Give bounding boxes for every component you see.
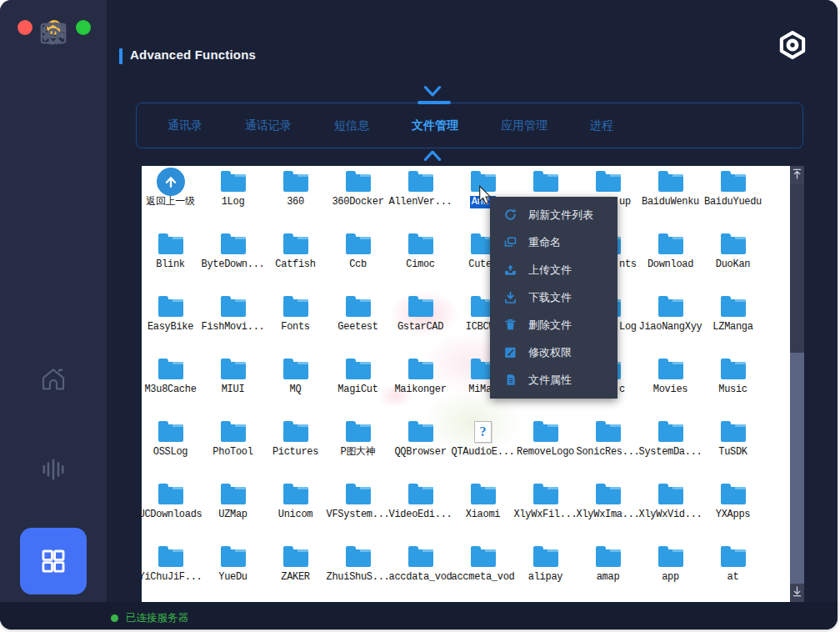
collapse-chevron-down-icon[interactable] — [422, 85, 445, 98]
tab-contacts[interactable]: 通讯录 — [168, 118, 202, 133]
folder-item[interactable]: accdata_vod — [389, 541, 452, 602]
collapse-chevron-up-icon[interactable] — [422, 149, 445, 163]
item-label: VFSystem... — [327, 509, 390, 521]
item-label: M3u8Cache — [144, 384, 196, 396]
folder-item[interactable]: LZManga — [702, 291, 764, 354]
folder-item[interactable]: QQBrowser — [389, 416, 452, 479]
menu-item-modify-permissions[interactable]: 修改权限 — [490, 339, 618, 366]
file-item[interactable]: ?QTAudioE... — [452, 416, 514, 479]
folder-item[interactable]: Download — [639, 228, 702, 291]
folder-item[interactable]: MIUI — [202, 354, 264, 416]
item-label: 1Log — [222, 196, 245, 208]
scroll-to-top-button[interactable] — [790, 166, 804, 184]
folder-item[interactable]: ByteDown... — [202, 228, 264, 291]
folder-item[interactable]: Pictures — [264, 416, 327, 479]
tab-sms[interactable]: 短信息 — [334, 118, 369, 133]
parent-dir-item[interactable]: 返回上一级 — [142, 166, 202, 228]
item-label: Maikonger — [394, 384, 446, 396]
folder-item[interactable]: 360 — [264, 166, 327, 228]
sidebar-item-audio[interactable] — [20, 436, 87, 503]
tab-call-log[interactable]: 通话记录 — [245, 118, 292, 133]
folder-item[interactable]: Cimoc — [389, 228, 452, 291]
folder-item[interactable]: Ccb — [327, 228, 389, 291]
context-menu: 刷新文件列表重命名上传文件下载文件删除文件修改权限文件属性 — [490, 197, 618, 399]
folder-icon — [596, 424, 621, 442]
menu-item-upload-file[interactable]: 上传文件 — [490, 256, 618, 283]
grid-icon — [39, 547, 68, 575]
folder-item[interactable]: M3u8Cache — [142, 354, 202, 416]
folder-item[interactable]: PhoTool — [202, 416, 264, 479]
sidebar-item-apps[interactable] — [20, 528, 87, 594]
folder-item[interactable]: amap — [577, 541, 639, 602]
item-label: Blink — [156, 258, 185, 271]
menu-item-file-properties[interactable]: 文件属性 — [490, 366, 618, 394]
folder-item[interactable]: YXApps — [702, 479, 764, 541]
folder-item[interactable]: EasyBike — [142, 291, 202, 354]
folder-item[interactable]: Catfish — [264, 228, 327, 291]
folder-item[interactable]: FishMovi... — [202, 291, 264, 354]
menu-item-label: 删除文件 — [528, 318, 572, 333]
folder-item[interactable]: GstarCAD — [389, 291, 452, 354]
folder-item[interactable]: AllenVer... — [389, 166, 452, 228]
folder-item[interactable]: ZhuiShuS... — [327, 541, 389, 602]
folder-item[interactable]: MagiCut — [327, 354, 389, 416]
folder-item[interactable]: YueDu — [202, 541, 264, 602]
folder-item[interactable]: Unicom — [264, 479, 327, 541]
scroll-to-bottom-button[interactable] — [790, 584, 804, 602]
folder-item[interactable]: VideoEdi... — [389, 479, 452, 541]
folder-item[interactable]: VFSystem... — [327, 479, 389, 541]
folder-item[interactable]: BaiduWenku — [639, 166, 702, 228]
folder-item[interactable]: JiaoNangXyy — [639, 291, 702, 354]
sidebar-item-settings[interactable] — [20, 0, 87, 67]
folder-item[interactable]: Music — [702, 354, 764, 416]
folder-item[interactable]: XlyWxIma... — [577, 479, 639, 541]
sidebar-item-home[interactable] — [20, 346, 87, 413]
folder-icon — [408, 299, 433, 317]
folder-item[interactable]: P图大神 — [327, 416, 389, 479]
folder-item[interactable]: DuoKan — [702, 228, 764, 291]
item-icon-wrap — [142, 420, 202, 443]
folder-item[interactable]: Xiaomi — [452, 479, 514, 541]
folder-item[interactable]: alipay — [514, 541, 577, 602]
item-label: XlyWxFil... — [514, 509, 578, 521]
folder-item[interactable]: BaiduYuedu — [702, 166, 764, 228]
folder-item[interactable]: SystemDa... — [639, 416, 702, 479]
item-label: QTAudioE... — [452, 446, 515, 459]
item-icon-wrap — [577, 170, 639, 193]
folder-item[interactable]: OSSLog — [142, 416, 202, 479]
folder-item[interactable]: MQ — [264, 354, 327, 416]
folder-icon — [221, 237, 246, 254]
scrollbar-thumb[interactable] — [790, 353, 804, 584]
tab-processes[interactable]: 进程 — [590, 118, 613, 133]
folder-item[interactable]: 1Log — [202, 166, 264, 228]
item-icon-wrap — [142, 295, 202, 318]
folder-item[interactable]: ZAKER — [264, 541, 327, 602]
folder-item[interactable]: Blink — [142, 228, 202, 291]
folder-item[interactable]: Maikonger — [389, 354, 452, 416]
menu-item-download-file[interactable]: 下载文件 — [490, 283, 618, 311]
item-label: Pictures — [272, 446, 318, 459]
folder-item[interactable]: XlyWxVid... — [639, 479, 702, 541]
hex-nut-settings-button[interactable] — [776, 30, 809, 63]
folder-item[interactable]: YiChuJiF... — [142, 541, 202, 602]
tab-file-manager[interactable]: 文件管理 — [412, 118, 458, 133]
menu-item-delete-file[interactable]: 删除文件 — [490, 311, 618, 339]
folder-item[interactable]: UCDownloads — [142, 479, 202, 541]
folder-item[interactable]: RemoveLogo — [514, 416, 577, 479]
folder-item[interactable]: TuSDK — [702, 416, 764, 479]
folder-item[interactable]: app — [639, 541, 702, 602]
folder-item[interactable]: at — [702, 541, 764, 602]
menu-item-refresh-file-list[interactable]: 刷新文件列表 — [490, 201, 618, 228]
folder-item[interactable]: Fonts — [264, 291, 327, 354]
folder-item[interactable]: UZMap — [202, 479, 264, 541]
folder-icon — [471, 174, 496, 192]
menu-item-rename[interactable]: 重命名 — [490, 228, 618, 256]
folder-item[interactable]: 360Docker — [327, 166, 389, 228]
folder-item[interactable]: Movies — [639, 354, 702, 416]
folder-item[interactable]: accmeta_vod — [452, 541, 514, 602]
folder-item[interactable]: XlyWxFil... — [514, 479, 577, 541]
folder-item[interactable]: SonicRes... — [577, 416, 639, 479]
folder-item[interactable]: Geetest — [327, 291, 389, 354]
scrollbar[interactable] — [790, 166, 804, 602]
tab-app-manager[interactable]: 应用管理 — [501, 118, 548, 133]
